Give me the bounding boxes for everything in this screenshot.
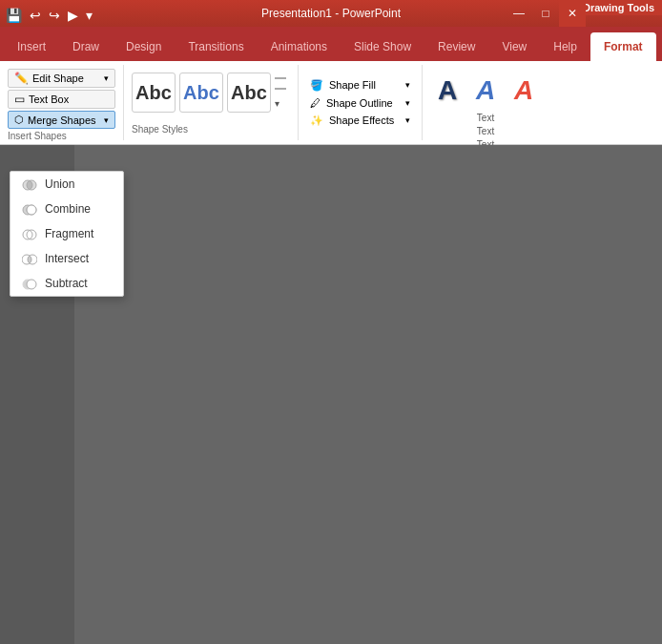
subtract-icon [22, 276, 37, 291]
fill-chevron-icon: ▾ [405, 80, 410, 90]
tab-draw[interactable]: Draw [59, 32, 113, 61]
outline-icon: 🖊 [310, 97, 321, 109]
merge-shapes-dropdown: Union Combine Fragment [10, 171, 124, 297]
dropdown-combine[interactable]: Combine [10, 197, 123, 221]
title-bar: 💾 ↩ ↪ ▶ ▾ Presentation1 - PowerPoint Dra… [0, 0, 662, 27]
tab-animations[interactable]: Animations [258, 32, 341, 61]
ribbon-tabs: Insert Draw Design Transitions Animation… [0, 27, 662, 61]
close-button[interactable]: ✕ [559, 0, 586, 27]
dropdown-intersect[interactable]: Intersect [10, 246, 123, 271]
tab-design[interactable]: Design [113, 32, 175, 61]
window-controls: — □ ✕ [506, 0, 586, 27]
abc-section: Abc Abc Abc ▾ Shape Styles [124, 65, 299, 140]
wordart-A2-button[interactable]: A [468, 71, 503, 111]
abc-row: Abc Abc Abc ▾ [132, 73, 290, 113]
tab-slideshow[interactable]: Slide Show [341, 32, 424, 61]
text-label-2: Text [477, 126, 494, 136]
redo-icon[interactable]: ↪ [47, 6, 62, 25]
dropdown-fragment[interactable]: Fragment [10, 221, 123, 246]
chevron-down-icon: ▾ [104, 73, 109, 83]
merge-chevron-icon: ▾ [104, 115, 109, 125]
merge-shapes-button[interactable]: ⬡ Merge Shapes ▾ [8, 111, 115, 129]
shape-styles-label: Shape Styles [132, 124, 290, 136]
ribbon: ✏️ Edit Shape ▾ ▭ Text Box ⬡ Merge Shape… [0, 61, 662, 145]
shape-effects-button[interactable]: ✨ Shape Effects ▾ [306, 113, 414, 129]
edit-shape-button[interactable]: ✏️ Edit Shape ▾ [8, 69, 115, 88]
minimize-button[interactable]: — [506, 0, 532, 27]
shape-outline-button[interactable]: 🖊 Shape Outline ▾ [306, 95, 414, 111]
fill-icon: 🪣 [310, 79, 323, 92]
text-buttons: A A A [430, 71, 541, 111]
tab-transitions[interactable]: Transitions [175, 32, 257, 61]
shape-format-section: 🪣 Shape Fill ▾ 🖊 Shape Outline ▾ ✨ Shape… [299, 65, 423, 140]
tab-format[interactable]: Format [590, 32, 656, 61]
intersect-icon [22, 251, 37, 266]
insert-shapes-label: Insert Shapes [8, 131, 115, 143]
present-icon[interactable]: ▶ [66, 6, 80, 25]
dropdown-subtract[interactable]: Subtract [10, 271, 123, 296]
save-icon[interactable]: 💾 [4, 6, 24, 25]
maximize-button[interactable]: □ [532, 0, 559, 27]
text-label-1: Text [477, 113, 494, 123]
effects-chevron-icon: ▾ [405, 115, 410, 125]
shape-fill-button[interactable]: 🪣 Shape Fill ▾ [306, 77, 414, 93]
text-section: A A A Text Text Text Text [423, 65, 548, 140]
undo-icon[interactable]: ↩ [28, 6, 43, 25]
textbox-icon: ▭ [14, 93, 25, 106]
union-icon [22, 177, 37, 192]
dropdown-union[interactable]: Union [10, 172, 123, 197]
text-box-button[interactable]: ▭ Text Box [8, 90, 115, 109]
wordart-A-button[interactable]: A [430, 71, 465, 111]
merge-icon: ⬡ [14, 114, 24, 126]
quick-access-toolbar: 💾 ↩ ↪ ▶ ▾ [4, 6, 94, 25]
abc-button-3[interactable]: Abc [227, 73, 271, 113]
fragment-icon [22, 226, 37, 241]
effects-icon: ✨ [310, 114, 323, 127]
app-title: Presentation1 - PowerPoint [261, 7, 401, 20]
abc-expand-button[interactable]: ▾ [275, 73, 290, 113]
tab-view[interactable]: View [488, 32, 540, 61]
shapes-section: ✏️ Edit Shape ▾ ▭ Text Box ⬡ Merge Shape… [0, 65, 124, 140]
tab-help[interactable]: Help [540, 32, 590, 61]
abc-button-2[interactable]: Abc [179, 73, 223, 113]
svg-point-18 [27, 280, 36, 289]
edit-shape-icon: ✏️ [14, 72, 29, 85]
combine-icon [22, 201, 37, 217]
abc-button-1[interactable]: Abc [132, 73, 176, 113]
svg-point-5 [27, 180, 36, 190]
wordart-A3-button[interactable]: A [507, 71, 541, 111]
tab-review[interactable]: Review [424, 32, 488, 61]
drawing-tools-label: Drawing Tools [575, 0, 662, 15]
tab-insert[interactable]: Insert [4, 32, 59, 61]
dropdown-icon[interactable]: ▾ [84, 6, 94, 25]
outline-chevron-icon: ▾ [405, 98, 410, 108]
